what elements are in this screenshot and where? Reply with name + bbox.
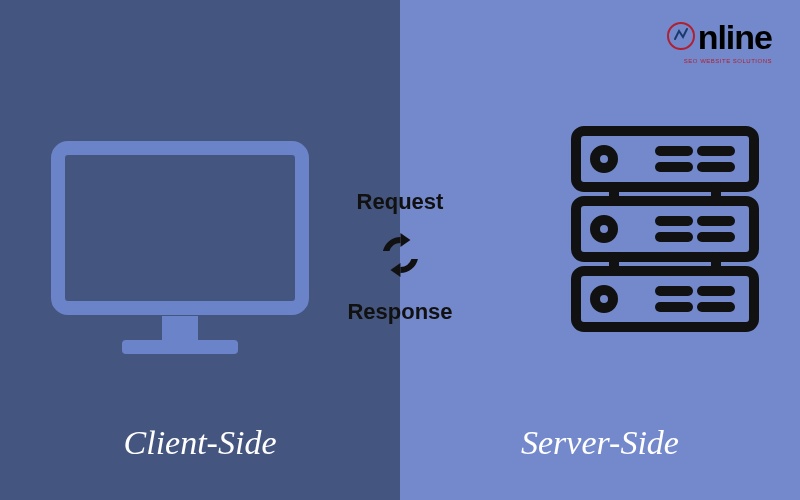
svg-marker-26: [400, 233, 410, 247]
svg-point-21: [595, 290, 613, 308]
monitor-icon: [50, 140, 310, 364]
logo-tagline: SEO WEBSITE SOLUTIONS: [684, 58, 772, 64]
diagram-container: nline SEO WEBSITE SOLUTIONS: [0, 0, 800, 500]
response-label: Response: [347, 299, 452, 325]
server-side-caption: Server-Side: [400, 424, 800, 462]
svg-rect-4: [576, 131, 754, 187]
refresh-arrows-icon: [347, 229, 452, 285]
svg-rect-20: [576, 271, 754, 327]
svg-marker-27: [390, 263, 400, 277]
svg-rect-1: [162, 316, 198, 340]
brand-logo: nline SEO WEBSITE SOLUTIONS: [666, 18, 772, 57]
svg-point-3: [668, 23, 694, 49]
client-side-caption: Client-Side: [0, 424, 400, 462]
svg-point-13: [595, 220, 613, 238]
logo-mark-icon: [666, 21, 696, 55]
server-stack-icon: [570, 125, 760, 339]
logo-text: nline: [698, 18, 772, 57]
svg-point-5: [595, 150, 613, 168]
svg-rect-2: [122, 340, 238, 354]
request-response-group: Request Response: [347, 175, 452, 339]
svg-rect-0: [58, 148, 302, 308]
svg-rect-12: [576, 201, 754, 257]
request-label: Request: [347, 189, 452, 215]
